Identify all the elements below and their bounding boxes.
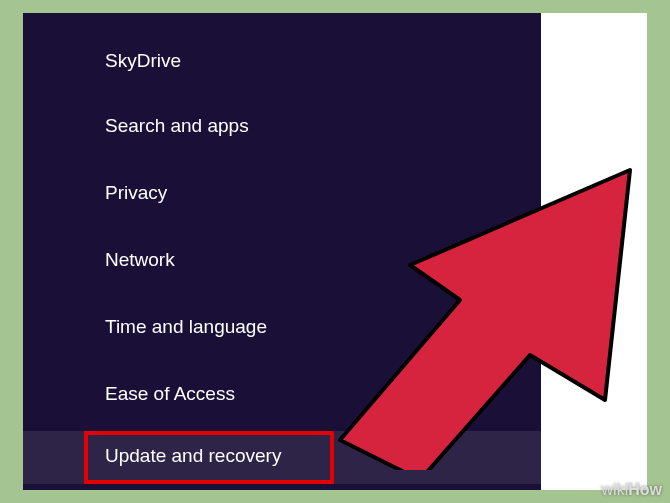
sidebar-item-update-and-recovery[interactable]: Update and recovery: [105, 445, 281, 467]
sidebar-item-label: Ease of Access: [105, 383, 235, 404]
sidebar-item-label: SkyDrive: [105, 50, 181, 71]
watermark-part2: How: [628, 481, 662, 498]
settings-sidebar: SkyDrive Search and apps Privacy Network…: [23, 13, 541, 490]
watermark-part1: wiki: [602, 481, 629, 498]
sidebar-item-label: Update and recovery: [105, 445, 281, 466]
sidebar-item-search-and-apps[interactable]: Search and apps: [105, 115, 249, 137]
selected-row-background: [23, 431, 541, 484]
sidebar-item-ease-of-access[interactable]: Ease of Access: [105, 383, 235, 405]
content-frame: SkyDrive Search and apps Privacy Network…: [23, 13, 647, 490]
sidebar-item-privacy[interactable]: Privacy: [105, 182, 167, 204]
sidebar-item-label: Search and apps: [105, 115, 249, 136]
sidebar-item-skydrive[interactable]: SkyDrive: [105, 50, 181, 72]
sidebar-item-label: Privacy: [105, 182, 167, 203]
sidebar-item-label: Time and language: [105, 316, 267, 337]
sidebar-item-time-and-language[interactable]: Time and language: [105, 316, 267, 338]
watermark: wikiHow: [602, 481, 662, 499]
sidebar-item-label: Network: [105, 249, 175, 270]
sidebar-item-network[interactable]: Network: [105, 249, 175, 271]
